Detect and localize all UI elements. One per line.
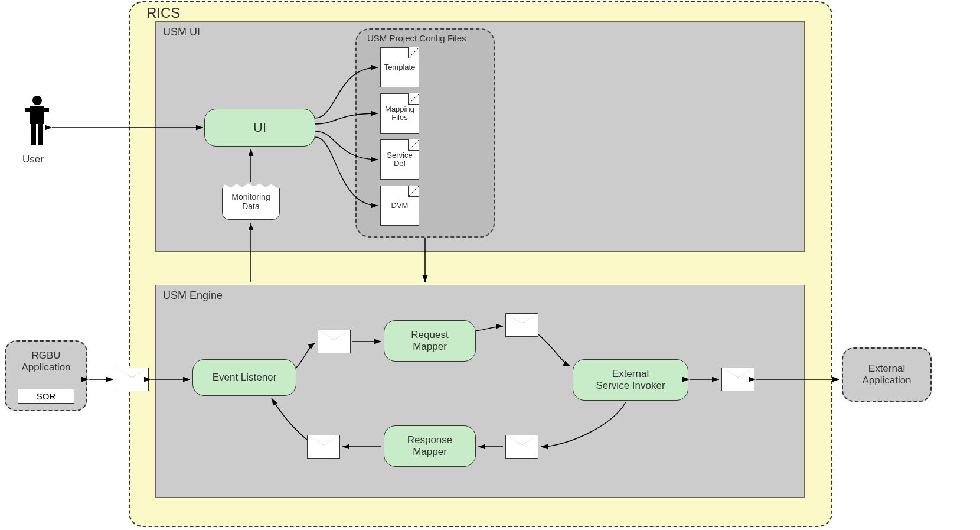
- external-application-box: External Application: [842, 347, 932, 402]
- svg-rect-3: [31, 124, 36, 145]
- svg-rect-4: [38, 124, 43, 145]
- user-label: User: [22, 154, 44, 165]
- svg-rect-2: [25, 108, 49, 112]
- envelope-resp-in-icon: [505, 435, 538, 459]
- envelope-left-icon: [116, 368, 149, 391]
- file-servicedef: Service Def: [380, 139, 419, 180]
- external-app-label: External Application: [862, 363, 911, 386]
- event-listener-node: Event Listener: [192, 359, 296, 396]
- config-files-label: USM Project Config Files: [367, 33, 466, 43]
- response-mapper-node: Response Mapper: [384, 425, 476, 467]
- usm-ui-label: USM UI: [163, 26, 200, 38]
- envelope-right-icon: [721, 368, 754, 391]
- envelope-req-out-icon: [505, 313, 538, 337]
- file-dvm-label: DVM: [381, 201, 419, 210]
- envelope-req-in-icon: [318, 330, 351, 353]
- file-template-label: Template: [381, 63, 419, 71]
- file-servicedef-label: Service Def: [381, 151, 419, 168]
- sor-box: SOR: [18, 389, 74, 404]
- rics-label: RICS: [146, 5, 180, 21]
- monitoring-data-node: Monitoring Data: [222, 188, 280, 220]
- external-service-invoker-node: External Service Invoker: [573, 359, 688, 401]
- svg-point-0: [32, 96, 42, 105]
- envelope-resp-out-icon: [307, 435, 340, 459]
- rgbu-label: RGBU Application: [12, 350, 80, 373]
- request-mapper-node: Request Mapper: [384, 320, 476, 362]
- file-mapping: Mapping Files: [380, 93, 419, 134]
- file-template: Template: [380, 47, 419, 87]
- file-dvm: DVM: [380, 186, 419, 226]
- ui-node: UI: [204, 109, 315, 147]
- usm-engine-label: USM Engine: [163, 290, 223, 302]
- file-mapping-label: Mapping Files: [381, 105, 419, 122]
- config-files-container: [355, 28, 495, 238]
- user-icon: [25, 95, 50, 148]
